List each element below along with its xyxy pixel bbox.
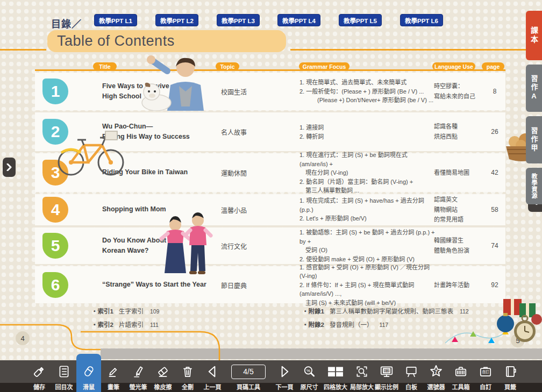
- tool-label: 工具箱: [452, 383, 470, 392]
- unit-number-badge: 2: [42, 119, 68, 145]
- tool-label: 自訂: [480, 383, 491, 392]
- page-tabs-button[interactable]: 頁籤: [498, 360, 523, 392]
- column-header-title: Title: [93, 62, 117, 70]
- table-row-unit3[interactable]: 3 Riding Your Bike in Taiwan 運動休閒 1. 現在進…: [35, 153, 505, 192]
- original-size-button[interactable]: % 原尺寸: [297, 360, 322, 392]
- page-indicator: 4/5: [231, 365, 266, 379]
- trash-icon: [181, 360, 195, 383]
- ppt-button-l1[interactable]: 教學PPT L1: [94, 14, 137, 26]
- bottom-shade-bar: [101, 348, 542, 359]
- delete-all-button[interactable]: 全刪: [175, 360, 200, 392]
- eraser-icon: [156, 360, 170, 383]
- triangle-right-icon: [276, 360, 293, 383]
- unit-grammar: 1. 連接詞 2. 轉折詞: [299, 123, 435, 141]
- index-item[interactable]: ・索引2 片語索引 111: [91, 320, 159, 329]
- toolbox-button[interactable]: 工具箱: [448, 360, 473, 392]
- table-row-unit4[interactable]: 4 Shopping with Mom 溫馨小品 1. 現在完成式：主詞 (S)…: [35, 194, 505, 225]
- unit-language-use: 時空膠囊： 寫給未來的自己: [434, 81, 483, 101]
- number-picker-button[interactable]: 7 選號器: [424, 360, 448, 392]
- page-title: Table of Contents: [47, 30, 286, 52]
- ppt-button-l5[interactable]: 教學PPT L5: [339, 14, 382, 26]
- ppt-button-row: 教學PPT L1 教學PPT L2 教學PPT L3 教學PPT L4 教學PP…: [0, 14, 542, 26]
- unit-grammar: 1. 感官動詞 + 受詞 (O) + 原形動詞 (V) ／現在分詞 (V-ing…: [299, 262, 435, 307]
- back-to-toc-button[interactable]: 回目次: [52, 360, 76, 392]
- tool-label: 橡皮擦: [154, 383, 172, 392]
- index-list: ・索引1 生字索引 109 ・索引2 片語索引 111: [91, 307, 159, 333]
- tab-workbook-a[interactable]: 習作A: [526, 65, 542, 112]
- appendix-item[interactable]: ・附錄2 發音規則（一） 117: [302, 320, 469, 329]
- unit-number-badge: 3: [42, 160, 68, 186]
- table-row-unit1[interactable]: 1 Five Ways to Survive High School 校園生活 …: [35, 73, 505, 110]
- unit-title: Riding Your Bike in Taiwan: [102, 167, 218, 177]
- unit-title: Do You Know About the Korean Wave?: [102, 236, 218, 256]
- magnifier-percent-icon: %: [302, 360, 316, 383]
- highlighter-tool-button[interactable]: 螢光筆: [126, 360, 151, 392]
- display-ratio-button[interactable]: 固定 顯示比例: [374, 360, 399, 392]
- index-name: 片語索引: [119, 320, 144, 329]
- unit-grammar: 1. 現在完成式：主詞 (S) + have/has + 過去分詞 (p.p.)…: [299, 196, 435, 223]
- custom-toolbox-button[interactable]: 自訂 自訂: [473, 360, 498, 392]
- tool-label: 顯示比例: [375, 383, 398, 392]
- page-number-tool[interactable]: 4/5 頁碼工具: [225, 360, 272, 392]
- sidebar-expand-left-button[interactable]: [3, 158, 16, 177]
- appendix-name: 發音規則（一）: [330, 320, 373, 329]
- ppt-button-l2[interactable]: 教學PPT L2: [155, 14, 198, 26]
- unit-page: 58: [486, 206, 504, 213]
- tool-label: 畫筆: [108, 383, 119, 392]
- unit-page: 42: [486, 169, 504, 176]
- tool-label: 四格放大: [324, 383, 347, 392]
- four-grid-icon: [327, 360, 344, 383]
- page-indicator-box: 4/5: [231, 360, 266, 383]
- four-grid-zoom-button[interactable]: 四格放大: [322, 360, 350, 392]
- bottom-toolbar: 儲存 回目次 滑鼠 畫筆 螢光筆: [0, 360, 542, 392]
- whiteboard-button[interactable]: 白板: [399, 360, 424, 392]
- unit-page: 74: [486, 242, 504, 250]
- ppt-button-l4[interactable]: 教學PPT L4: [277, 14, 320, 26]
- column-header-grammar: Grammar Focus: [299, 62, 350, 70]
- column-header-topic: Topic: [216, 62, 239, 70]
- appendix-item[interactable]: ・附錄1 第三人稱單數動詞字尾變化規則、動詞三態表 112: [302, 307, 469, 315]
- unit-language-use: 看懂簡易地圖: [434, 168, 483, 178]
- triangle-left-icon: [204, 360, 220, 383]
- tool-label: 上一頁: [204, 383, 222, 392]
- pencil-icon: [106, 360, 120, 383]
- appendix-page: 112: [460, 308, 469, 315]
- magnifier-brackets-icon: [355, 360, 369, 383]
- column-header-language-use: Language Use: [432, 62, 475, 70]
- ppt-button-l3[interactable]: 教學PPT L3: [217, 14, 260, 26]
- unit-grammar: 1. 被動語態：主詞 (S) + be 動詞 + 過去分詞 (p.p.) + b…: [299, 228, 435, 263]
- tab-textbook[interactable]: 課本: [526, 11, 542, 60]
- table-row-unit5[interactable]: 5 Do You Know About the Korean Wave? 流行文…: [35, 227, 505, 264]
- tool-label: 滑鼠: [83, 383, 95, 392]
- save-button[interactable]: 儲存: [27, 360, 52, 392]
- svg-text:固定: 固定: [383, 368, 391, 373]
- appendix-label: ・附錄1: [302, 307, 324, 315]
- tab-teaching-resources[interactable]: 教學資源: [526, 168, 542, 204]
- monitor-fixed-icon: 固定: [379, 360, 394, 383]
- column-header-page: page: [482, 62, 504, 70]
- index-label: ・索引1: [91, 307, 113, 315]
- unit-language-use: 認識各種 烘焙西點: [434, 122, 483, 141]
- svg-text:自訂: 自訂: [482, 369, 490, 374]
- pen-tool-button[interactable]: 畫筆: [101, 360, 126, 392]
- table-row-unit2[interactable]: 2 Wu Pao-Chun— Baking His Way to Success…: [35, 112, 505, 151]
- appendix-list: ・附錄1 第三人稱單數動詞字尾變化規則、動詞三態表 112 ・附錄2 發音規則（…: [302, 307, 469, 333]
- index-item[interactable]: ・索引1 生字索引 109: [91, 307, 159, 315]
- tab-workbook-jia[interactable]: 習作甲: [526, 116, 542, 163]
- unit-topic: 名人故事: [212, 127, 255, 137]
- tool-label: 回目次: [55, 383, 73, 392]
- mouse-tool-button[interactable]: 滑鼠: [76, 354, 101, 392]
- tool-label: 儲存: [33, 383, 45, 392]
- eraser-tool-button[interactable]: 橡皮擦: [151, 360, 175, 392]
- tool-label: 螢光筆: [130, 383, 147, 392]
- region-zoom-button[interactable]: 局部放大: [350, 360, 374, 392]
- ppt-button-l6[interactable]: 教學PPT L6: [400, 14, 443, 26]
- unit-grammar: 1. 現在進行式：主詞 (S) + be 動詞現在式 (am/are/is) +…: [299, 151, 435, 195]
- previous-page-button[interactable]: 上一頁: [200, 360, 225, 392]
- appendix-name: 第三人稱單數動詞字尾變化規則、動詞三態表: [330, 307, 453, 315]
- next-page-button[interactable]: 下一頁: [272, 360, 297, 392]
- table-row-unit6[interactable]: 6 “Strange” Ways to Start the Year 節日慶典 …: [35, 266, 505, 303]
- unit-topic: 校園生活: [212, 87, 255, 96]
- unit-grammar: 1. 現在簡單式、過去簡單式、未來簡單式 2. 一般祈使句：(Please + …: [299, 78, 435, 105]
- custom-toolbox-icon: 自訂: [479, 360, 493, 383]
